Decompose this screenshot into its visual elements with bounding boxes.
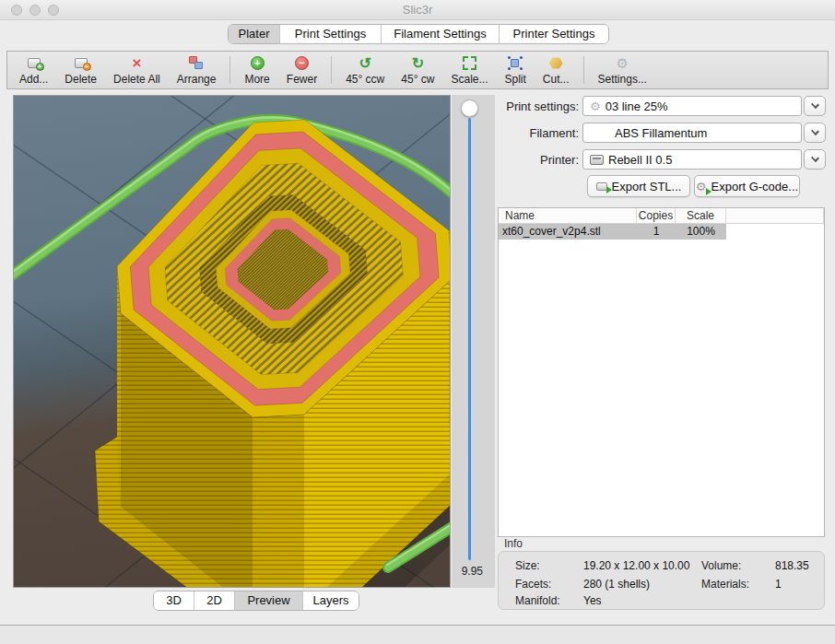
table-row[interactable]: xt60_cover_v2p4.stl 1 100% bbox=[499, 224, 824, 240]
chevron-down-icon bbox=[811, 154, 819, 162]
toolbar-separator bbox=[229, 56, 230, 84]
gear-icon: ⚙ bbox=[590, 100, 601, 113]
layer-slider-panel: 9.95 bbox=[452, 95, 495, 588]
split-icon bbox=[508, 55, 523, 72]
size-value: 19.20 x 12.00 x 10.00 bbox=[583, 559, 689, 572]
object-name-cell: xt60_cover_v2p4.stl bbox=[499, 224, 637, 240]
printer-value: Rebell II 0.5 bbox=[608, 153, 672, 167]
export-gcode-icon: ⚙ bbox=[696, 181, 707, 193]
chevron-down-icon bbox=[811, 100, 819, 109]
facets-value: 280 (1 shells) bbox=[583, 578, 650, 591]
settings-button[interactable]: ⚙ Settings... bbox=[590, 52, 655, 88]
object-list[interactable]: Name Copies Scale xt60_cover_v2p4.stl 1 … bbox=[498, 207, 825, 537]
plater-toolbar: + Add... − Delete × Delete All Arrange +… bbox=[6, 51, 829, 89]
export-gcode-button[interactable]: ⚙ Export G-code... bbox=[694, 175, 800, 197]
plater-3d-preview[interactable] bbox=[13, 95, 451, 588]
arrange-button[interactable]: Arrange bbox=[169, 52, 225, 88]
title-bar: Slic3r bbox=[0, 0, 835, 20]
slic3r-window: Slic3r Plater Print Settings Filament Se… bbox=[0, 0, 835, 644]
print-settings-value: 03 line 25% bbox=[606, 100, 668, 113]
object-copies-cell: 1 bbox=[637, 224, 676, 240]
manifold-value: Yes bbox=[583, 594, 602, 607]
filament-dropdown-button[interactable] bbox=[804, 123, 826, 143]
add-button[interactable]: + Add... bbox=[11, 52, 56, 88]
printed-object bbox=[95, 120, 451, 588]
print-settings-label: Print settings: bbox=[498, 100, 579, 113]
view-tab-2d[interactable]: 2D bbox=[194, 591, 235, 610]
window-title: Slic3r bbox=[0, 3, 835, 17]
settings-gear-icon: ⚙ bbox=[616, 55, 628, 72]
arrange-cubes-icon bbox=[188, 55, 205, 72]
layer-slider-value: 9.95 bbox=[444, 565, 483, 578]
toolbar-separator bbox=[583, 56, 584, 84]
split-button[interactable]: Split bbox=[496, 52, 534, 88]
materials-label: Materials: bbox=[701, 578, 771, 591]
tab-printer-settings[interactable]: Printer Settings bbox=[500, 25, 608, 43]
rotate-ccw-button[interactable]: ↺ 45° ccw bbox=[337, 52, 393, 88]
view-tab-bar: 3D 2D Preview Layers bbox=[153, 591, 359, 611]
tab-print-settings[interactable]: Print Settings bbox=[280, 25, 382, 43]
column-header-copies[interactable]: Copies bbox=[637, 208, 676, 223]
printer-icon bbox=[590, 155, 604, 165]
rotate-ccw-icon: ↺ bbox=[359, 55, 371, 72]
facets-label: Facets: bbox=[515, 578, 580, 591]
object-list-header: Name Copies Scale bbox=[499, 208, 824, 224]
printer-label: Printer: bbox=[498, 153, 579, 167]
info-section-title: Info bbox=[504, 537, 523, 550]
info-box: Size: 19.20 x 12.00 x 10.00 Volume: 818.… bbox=[498, 551, 825, 610]
printer-combo[interactable]: Rebell II 0.5 bbox=[582, 149, 802, 170]
toolbar-separator bbox=[331, 56, 332, 84]
tab-plater[interactable]: Plater bbox=[229, 25, 280, 43]
more-button[interactable]: + More bbox=[236, 52, 277, 88]
add-box-icon: + bbox=[28, 55, 41, 72]
print-settings-combo[interactable]: ⚙ 03 line 25% bbox=[582, 96, 802, 116]
volume-value: 818.35 bbox=[775, 559, 809, 572]
delete-box-icon: − bbox=[75, 55, 88, 72]
fewer-button[interactable]: − Fewer bbox=[278, 52, 325, 88]
delete-button[interactable]: − Delete bbox=[56, 52, 105, 88]
layer-slider-knob[interactable] bbox=[461, 100, 478, 117]
object-scale-cell: 100% bbox=[676, 224, 726, 240]
scale-button[interactable]: Scale... bbox=[442, 52, 496, 88]
scale-icon bbox=[463, 55, 476, 72]
export-stl-icon bbox=[596, 182, 607, 191]
delete-all-button[interactable]: × Delete All bbox=[105, 52, 169, 88]
more-plus-icon: + bbox=[251, 55, 265, 72]
filament-label: Filament: bbox=[498, 126, 579, 140]
filament-combo[interactable]: ABS Fillamentum bbox=[582, 123, 802, 143]
chevron-down-icon bbox=[811, 127, 819, 135]
main-tab-bar: Plater Print Settings Filament Settings … bbox=[228, 24, 609, 44]
tab-filament-settings[interactable]: Filament Settings bbox=[382, 25, 500, 43]
volume-label: Volume: bbox=[701, 559, 771, 572]
view-tab-preview[interactable]: Preview bbox=[235, 591, 303, 610]
rotate-cw-button[interactable]: ↻ 45° cw bbox=[393, 52, 442, 88]
layer-slider-track[interactable] bbox=[468, 118, 471, 560]
view-tab-layers[interactable]: Layers bbox=[303, 591, 359, 610]
rotate-cw-icon: ↻ bbox=[412, 55, 424, 72]
cut-icon bbox=[549, 55, 563, 72]
column-header-name[interactable]: Name bbox=[499, 208, 637, 223]
cut-button[interactable]: Cut... bbox=[535, 52, 578, 88]
gcode-preview-scene bbox=[14, 96, 451, 588]
manifold-label: Manifold: bbox=[515, 594, 580, 607]
materials-value: 1 bbox=[775, 578, 782, 591]
fewer-minus-icon: − bbox=[295, 55, 309, 72]
size-label: Size: bbox=[515, 559, 580, 572]
export-stl-button[interactable]: Export STL... bbox=[587, 175, 690, 197]
status-bar bbox=[0, 626, 835, 644]
filament-value: ABS Fillamentum bbox=[615, 126, 707, 140]
view-tab-3d[interactable]: 3D bbox=[154, 591, 194, 610]
print-settings-dropdown-button[interactable] bbox=[804, 96, 826, 116]
column-header-empty bbox=[726, 208, 824, 223]
delete-all-icon: × bbox=[132, 55, 141, 72]
printer-dropdown-button[interactable] bbox=[804, 149, 826, 170]
column-header-scale[interactable]: Scale bbox=[676, 208, 726, 223]
